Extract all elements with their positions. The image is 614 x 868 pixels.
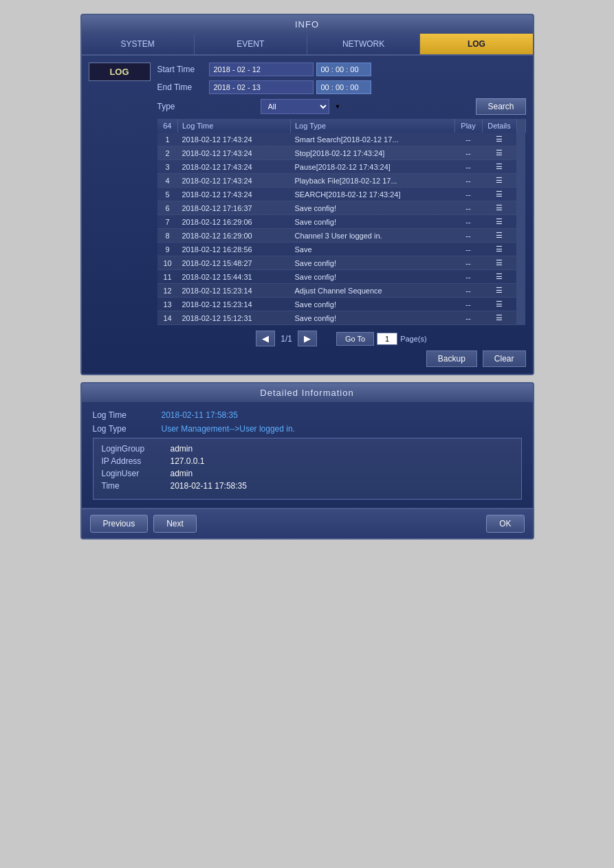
table-row[interactable]: 6 2018-02-12 17:16:37 Save config! -- ☰ bbox=[157, 201, 526, 215]
log-main: Start Time End Time Type All ▼ Search bbox=[157, 63, 526, 367]
tab-network[interactable]: NETWORK bbox=[307, 34, 420, 54]
row-detail-icon[interactable]: ☰ bbox=[482, 243, 516, 256]
table-row[interactable]: 1 2018-02-12 17:43:24 Smart Search[2018-… bbox=[157, 133, 526, 146]
bottom-footer: Previous Next OK bbox=[82, 508, 533, 538]
row-detail-icon[interactable]: ☰ bbox=[482, 284, 516, 298]
row-detail-icon[interactable]: ☰ bbox=[482, 215, 516, 229]
type-select[interactable]: All bbox=[261, 99, 329, 114]
next-page-button[interactable]: ▶ bbox=[298, 331, 317, 346]
row-num: 3 bbox=[157, 160, 178, 174]
page-info: 1/1 bbox=[281, 334, 292, 344]
login-group-val: admin bbox=[171, 444, 193, 454]
row-time: 2018-02-12 15:23:14 bbox=[178, 298, 291, 311]
row-detail-icon[interactable]: ☰ bbox=[482, 298, 516, 311]
ok-button[interactable]: OK bbox=[486, 515, 524, 533]
col-scrollbar bbox=[516, 119, 525, 133]
info-time: Time 2018-02-11 17:58:35 bbox=[102, 481, 513, 491]
row-type: Smart Search[2018-02-12 17... bbox=[290, 133, 454, 146]
table-row[interactable]: 10 2018-02-12 15:48:27 Save config! -- ☰ bbox=[157, 256, 526, 270]
col-log-type: Log Type bbox=[290, 119, 454, 133]
row-type: Save config! bbox=[290, 311, 454, 325]
row-detail-icon[interactable]: ☰ bbox=[482, 174, 516, 188]
detail-content: Log Time 2018-02-11 17:58:35 Log Type Us… bbox=[82, 402, 533, 508]
row-num: 10 bbox=[157, 256, 178, 270]
row-type: Save config! bbox=[290, 270, 454, 284]
table-row[interactable]: 11 2018-02-12 15:44:31 Save config! -- ☰ bbox=[157, 270, 526, 284]
detail-log-type-row: Log Type User Management-->User logged i… bbox=[93, 424, 522, 434]
row-detail-icon[interactable]: ☰ bbox=[482, 270, 516, 284]
clear-button[interactable]: Clear bbox=[483, 350, 526, 367]
start-time-row: Start Time bbox=[157, 63, 526, 76]
goto-button[interactable]: Go To bbox=[336, 332, 374, 346]
tab-system[interactable]: SYSTEM bbox=[82, 34, 195, 54]
detail-log-time-value: 2018-02-11 17:58:35 bbox=[162, 410, 238, 420]
row-time: 2018-02-12 16:28:56 bbox=[178, 243, 291, 256]
row-time: 2018-02-12 16:29:00 bbox=[178, 229, 291, 243]
table-row[interactable]: 8 2018-02-12 16:29:00 Channel 3 User log… bbox=[157, 229, 526, 243]
row-time: 2018-02-12 17:16:37 bbox=[178, 201, 291, 215]
row-num: 11 bbox=[157, 270, 178, 284]
type-dropdown-arrow: ▼ bbox=[335, 103, 341, 110]
previous-button[interactable]: Previous bbox=[90, 515, 149, 533]
tab-log[interactable]: LOG bbox=[420, 34, 532, 54]
row-type: Save config! bbox=[290, 201, 454, 215]
login-user-val: admin bbox=[171, 469, 193, 478]
table-row[interactable]: 14 2018-02-12 15:12:31 Save config! -- ☰ bbox=[157, 311, 526, 325]
table-row[interactable]: 3 2018-02-12 17:43:24 Pause[2018-02-12 1… bbox=[157, 160, 526, 174]
table-row[interactable]: 12 2018-02-12 15:23:14 Adjust Channel Se… bbox=[157, 284, 526, 298]
backup-button[interactable]: Backup bbox=[426, 350, 477, 367]
col-details: Details bbox=[482, 119, 516, 133]
row-play: -- bbox=[454, 298, 482, 311]
row-time: 2018-02-12 17:43:24 bbox=[178, 146, 291, 160]
row-time: 2018-02-12 17:43:24 bbox=[178, 133, 291, 146]
row-time: 2018-02-12 16:29:06 bbox=[178, 215, 291, 229]
row-type: SEARCH[2018-02-12 17:43:24] bbox=[290, 188, 454, 201]
start-time-input[interactable] bbox=[316, 63, 371, 76]
row-num: 9 bbox=[157, 243, 178, 256]
row-time: 2018-02-12 17:43:24 bbox=[178, 174, 291, 188]
row-detail-icon[interactable]: ☰ bbox=[482, 133, 516, 146]
row-num: 4 bbox=[157, 174, 178, 188]
table-row[interactable]: 9 2018-02-12 16:28:56 Save -- ☰ bbox=[157, 243, 526, 256]
table-header-row: 64 Log Time Log Type Play Details bbox=[157, 119, 526, 133]
prev-page-button[interactable]: ◀ bbox=[256, 331, 275, 346]
row-detail-icon[interactable]: ☰ bbox=[482, 188, 516, 201]
next-button[interactable]: Next bbox=[153, 515, 197, 533]
row-num: 13 bbox=[157, 298, 178, 311]
table-row[interactable]: 7 2018-02-12 16:29:06 Save config! -- ☰ bbox=[157, 215, 526, 229]
tab-event[interactable]: EVENT bbox=[195, 34, 307, 54]
login-group-key: LoginGroup bbox=[102, 444, 171, 454]
top-panel-title: INFO bbox=[82, 15, 533, 34]
row-detail-icon[interactable]: ☰ bbox=[482, 229, 516, 243]
action-row: Backup Clear bbox=[157, 350, 526, 367]
row-type: Channel 3 User logged in. bbox=[290, 229, 454, 243]
row-detail-icon[interactable]: ☰ bbox=[482, 311, 516, 325]
row-detail-icon[interactable]: ☰ bbox=[482, 160, 516, 174]
table-row[interactable]: 2 2018-02-12 17:43:24 Stop[2018-02-12 17… bbox=[157, 146, 526, 160]
row-detail-icon[interactable]: ☰ bbox=[482, 146, 516, 160]
table-row[interactable]: 4 2018-02-12 17:43:24 Playback File[2018… bbox=[157, 174, 526, 188]
info-login-group: LoginGroup admin bbox=[102, 444, 513, 454]
table-row[interactable]: 13 2018-02-12 15:23:14 Save config! -- ☰ bbox=[157, 298, 526, 311]
row-play: -- bbox=[454, 201, 482, 215]
row-play: -- bbox=[454, 229, 482, 243]
page-number-input[interactable] bbox=[377, 333, 397, 345]
nav-tabs: SYSTEM EVENT NETWORK LOG bbox=[82, 34, 533, 56]
start-date-input[interactable] bbox=[209, 63, 314, 76]
top-panel: INFO SYSTEM EVENT NETWORK LOG LOG Start … bbox=[80, 14, 534, 375]
ip-address-val: 127.0.0.1 bbox=[171, 456, 205, 466]
row-type: Stop[2018-02-12 17:43:24] bbox=[290, 146, 454, 160]
search-button[interactable]: Search bbox=[476, 98, 525, 115]
row-type: Playback File[2018-02-12 17... bbox=[290, 174, 454, 188]
info-login-user: LoginUser admin bbox=[102, 469, 513, 478]
detail-log-time-label: Log Time bbox=[93, 410, 162, 420]
table-row[interactable]: 5 2018-02-12 17:43:24 SEARCH[2018-02-12 … bbox=[157, 188, 526, 201]
row-detail-icon[interactable]: ☰ bbox=[482, 201, 516, 215]
end-time-row: End Time bbox=[157, 80, 526, 94]
row-num: 5 bbox=[157, 188, 178, 201]
col-count: 64 bbox=[157, 119, 178, 133]
bottom-panel: Detailed Information Log Time 2018-02-11… bbox=[80, 382, 534, 539]
end-time-input[interactable] bbox=[316, 80, 371, 94]
row-detail-icon[interactable]: ☰ bbox=[482, 256, 516, 270]
end-date-input[interactable] bbox=[209, 80, 314, 94]
